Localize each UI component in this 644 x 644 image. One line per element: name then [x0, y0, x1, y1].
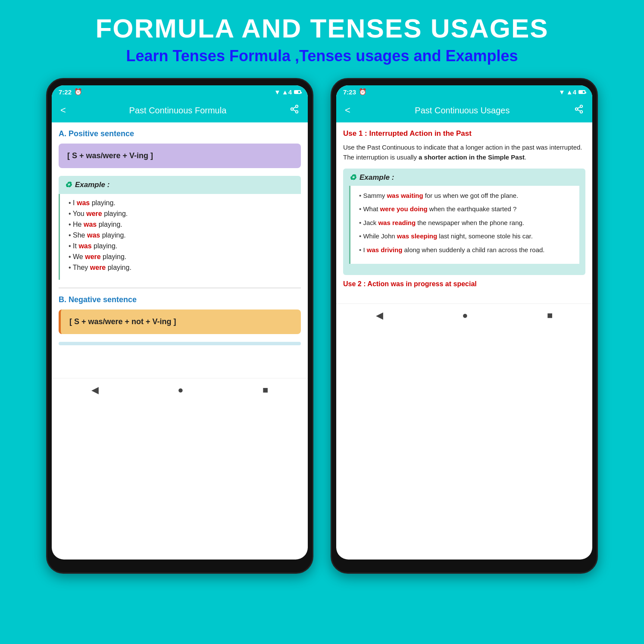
example-item-1: I was playing.	[67, 199, 294, 207]
example-header-2: ♻ Example :	[349, 173, 579, 186]
colored-word-6: were	[85, 253, 100, 260]
colored-word-3: was	[84, 221, 97, 228]
back-button-2[interactable]: <	[343, 103, 352, 118]
battery-icon-2	[578, 90, 585, 94]
use1-colored-1: was waiting	[387, 192, 423, 199]
main-title: FORMULA AND TENSES USAGES	[95, 13, 548, 44]
nav-back-2[interactable]: ◀	[376, 310, 383, 321]
wifi-icon-1: ▼	[274, 88, 281, 96]
phone-formula-screen: 7:22 ⏰ ▼ ▲4 < Past Continuous Formula	[52, 85, 308, 560]
use1-example-2: What were you doing when the earthquake …	[357, 204, 572, 214]
wifi-icon-2: ▼	[559, 88, 565, 96]
use1-example-4: While John was sleeping last night, some…	[357, 231, 572, 241]
svg-point-2	[296, 111, 298, 113]
svg-point-5	[580, 105, 583, 108]
bottom-nav-1: ◀ ● ■	[52, 378, 308, 398]
svg-line-9	[578, 107, 580, 109]
positive-example-list: I was playing. You were playing. He was …	[59, 194, 301, 280]
nav-home-1[interactable]: ●	[178, 385, 183, 396]
status-left-1: 7:22 ⏰	[59, 88, 82, 96]
svg-point-7	[580, 111, 583, 113]
battery-icon-1	[294, 90, 301, 94]
example-label-1: Example :	[75, 181, 109, 189]
svg-line-4	[293, 107, 296, 109]
bottom-hint-1	[59, 342, 301, 345]
time-1: 7:22	[59, 88, 72, 96]
nav-home-2[interactable]: ●	[462, 310, 468, 321]
colored-word-1: was	[77, 199, 90, 206]
svg-point-0	[296, 105, 298, 108]
phones-container: 7:22 ⏰ ▼ ▲4 < Past Continuous Formula	[46, 78, 598, 574]
example-item-3: He was playing.	[67, 221, 294, 228]
phone-usages: 7:23 ⏰ ▼ ▲4 < Past Continuous Usages	[331, 78, 598, 574]
phone-usages-screen: 7:23 ⏰ ▼ ▲4 < Past Continuous Usages	[336, 85, 592, 560]
appbar-title-2: Past Continuous Usages	[415, 106, 510, 116]
use1-colored-3: was reading	[378, 219, 416, 226]
alarm-icon-1: ⏰	[74, 88, 82, 96]
svg-line-3	[293, 109, 296, 111]
recycle-icon-1: ♻	[65, 180, 72, 190]
bottom-nav-2: ◀ ● ■	[336, 303, 592, 324]
colored-word-5: was	[78, 242, 91, 250]
use1-desc-end: .	[525, 153, 526, 161]
share-button-1[interactable]	[288, 103, 301, 118]
back-button-1[interactable]: <	[59, 103, 68, 118]
appbar-title-1: Past Continuous Formula	[129, 106, 227, 116]
svg-point-6	[575, 108, 578, 110]
colored-word-4: was	[87, 231, 100, 239]
nav-back-1[interactable]: ◀	[91, 385, 99, 396]
divider-1	[59, 288, 301, 288]
use1-example-list: Sammy was waiting for us when we got off…	[349, 186, 579, 264]
phone2-content: Use 1 : Interrupted Action in the Past U…	[336, 122, 592, 295]
positive-formula: [ S + was/were + V-ing ]	[59, 144, 301, 168]
status-bar-2: 7:23 ⏰ ▼ ▲4	[336, 85, 592, 98]
example-label-2: Example :	[360, 173, 394, 182]
use1-description: Use the Past Continuous to indicate that…	[343, 142, 585, 163]
example-section-2: ♻ Example : Sammy was waiting for us whe…	[343, 169, 585, 275]
status-bar-1: 7:22 ⏰ ▼ ▲4	[52, 85, 308, 98]
use1-colored-2: were you doing	[380, 205, 428, 213]
recycle-icon-2: ♻	[349, 173, 356, 182]
example-item-4: She was playing.	[67, 231, 294, 239]
phone-formula: 7:22 ⏰ ▼ ▲4 < Past Continuous Formula	[46, 78, 313, 574]
appbar-2: < Past Continuous Usages	[336, 98, 592, 122]
use1-example-1: Sammy was waiting for us when we got off…	[357, 191, 572, 201]
positive-heading: A. Positive sentence	[59, 129, 301, 138]
status-right-2: ▼ ▲4	[559, 88, 585, 96]
status-left-2: 7:23 ⏰	[343, 88, 367, 96]
example-item-5: It was playing.	[67, 242, 294, 250]
share-button-2[interactable]	[572, 103, 585, 118]
example-header-1: ♻ Example :	[59, 176, 301, 194]
nav-recent-2[interactable]: ■	[547, 310, 553, 321]
svg-line-8	[578, 109, 580, 111]
phone1-content: A. Positive sentence [ S + was/were + V-…	[52, 122, 308, 352]
negative-formula: [ S + was/were + not + V-ing ]	[59, 309, 301, 334]
status-right-1: ▼ ▲4	[274, 88, 301, 96]
colored-word-2: were	[86, 210, 102, 217]
use1-title: Use 1 : Interrupted Action in the Past	[343, 129, 585, 138]
use1-colored-4: was sleeping	[397, 232, 437, 240]
time-2: 7:23	[343, 88, 356, 96]
negative-heading: B. Negative sentence	[59, 295, 301, 304]
signal-icon-2: ▲4	[566, 88, 576, 96]
colored-word-7: were	[90, 264, 106, 271]
svg-point-1	[291, 108, 294, 110]
example-item-6: We were playing.	[67, 253, 294, 261]
use2-title: Use 2 : Action was in progress at specia…	[343, 280, 585, 288]
appbar-1: < Past Continuous Formula	[52, 98, 308, 122]
use1-colored-5: was driving	[367, 246, 403, 253]
signal-icon-1: ▲4	[282, 88, 292, 96]
use1-example-3: Jack was reading the newspaper when the …	[357, 218, 572, 228]
example-item-2: You were playing.	[67, 210, 294, 218]
example-item-7: They were playing.	[67, 264, 294, 272]
use1-desc-bold: a shorter action in the Simple Past	[419, 153, 525, 161]
alarm-icon-2: ⏰	[359, 88, 367, 96]
use1-example-5: I was driving along when suddenly a chil…	[357, 245, 572, 255]
nav-recent-1[interactable]: ■	[263, 385, 268, 396]
subtitle: Learn Tenses Formula ,Tenses usages and …	[126, 47, 518, 65]
